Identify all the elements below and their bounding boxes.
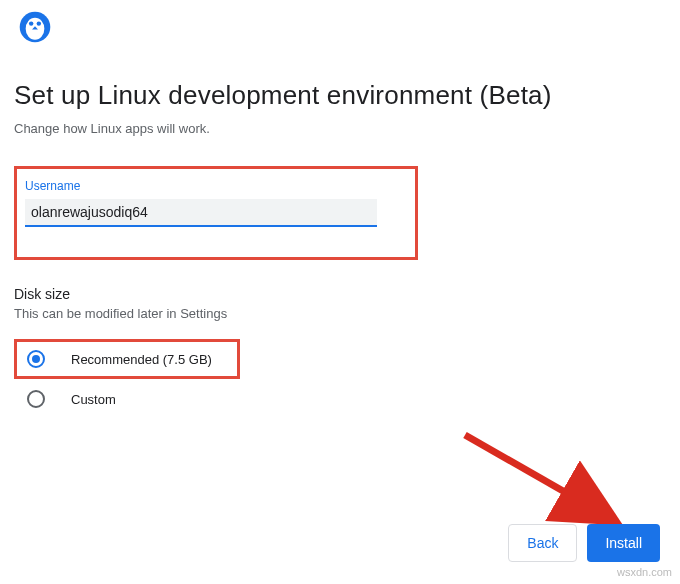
radio-selected-icon [27, 350, 45, 368]
disk-size-option-custom[interactable]: Custom [14, 379, 666, 419]
username-label: Username [25, 179, 407, 193]
watermark-text: wsxdn.com [617, 566, 672, 578]
svg-line-6 [465, 435, 605, 515]
page-title: Set up Linux development environment (Be… [14, 80, 666, 111]
svg-point-3 [37, 21, 41, 25]
svg-point-2 [29, 21, 33, 25]
disk-size-custom-label: Custom [71, 392, 116, 407]
install-button[interactable]: Install [587, 524, 660, 562]
disk-size-recommended-label: Recommended (7.5 GB) [71, 352, 212, 367]
username-input[interactable] [25, 199, 377, 227]
penguin-icon [18, 10, 52, 48]
radio-unselected-icon [27, 390, 45, 408]
disk-size-hint: This can be modified later in Settings [14, 306, 666, 321]
page-subtitle: Change how Linux apps will work. [14, 121, 666, 136]
back-button[interactable]: Back [508, 524, 577, 562]
disk-size-label: Disk size [14, 286, 666, 302]
username-field-group: Username [14, 166, 418, 260]
disk-size-option-recommended[interactable]: Recommended (7.5 GB) [14, 339, 240, 379]
